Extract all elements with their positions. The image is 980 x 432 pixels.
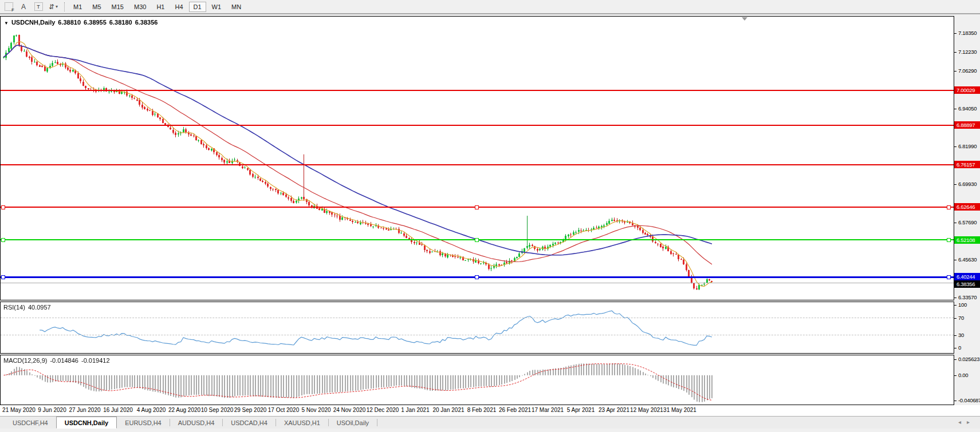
dropdown-caret-icon[interactable]: ▾ [56,4,58,9]
hline-7.00029[interactable] [1,90,954,91]
hline-handle[interactable] [1,275,5,279]
price-axis[interactable]: 7.183507.122307.062906.940506.819906.699… [954,16,980,405]
date-label: 16 Jul 2020 [103,407,133,413]
rsi-canvas[interactable] [1,302,954,353]
close-value: 6.38356 [135,19,158,26]
date-label: 1 Jan 2021 [401,407,430,413]
hline-6.88897[interactable] [1,125,954,126]
cursor-arrows-icon[interactable]: ⇵ ▾ [47,2,60,12]
tab-audusd[interactable]: AUDUSD,H4 [170,417,223,429]
hline-handle[interactable] [475,205,479,209]
price-tick-label: 6.94050 [958,105,977,112]
macd-tick-mark [954,375,957,376]
hline-handle[interactable] [947,205,951,209]
date-label: 17 Oct 2020 [268,407,299,413]
chart-tab-bar: ◂▸ USDCHF,H4USDCNH,DailyEURUSD,H4AUDUSD,… [0,416,980,429]
timeframe-buttons: M1M5M15M30H1H4D1W1MN [68,2,246,12]
date-label: 24 Nov 2020 [333,407,366,413]
high-value: 6.38955 [84,19,107,26]
date-label: 26 Feb 2021 [499,407,531,413]
date-label: 22 Aug 2020 [168,407,200,413]
timeframe-mn[interactable]: MN [227,2,246,12]
rsi-tick-mark [954,305,957,306]
chart-shift-marker-icon[interactable] [742,17,747,21]
toolbar-grip[interactable] [64,2,65,11]
tab-usdcad[interactable]: USDCAD,H4 [223,417,275,429]
toolbar: F A T ⇵ ▾ M1M5M15M30H1H4D1W1MN [0,0,980,14]
macd-tick-mark [954,401,957,401]
tab-eurusd[interactable]: EURUSD,H4 [117,417,170,429]
rsi-tick-mark [954,318,957,319]
price-line-label: 6.62646 [954,203,980,211]
price-line-label: 7.00029 [954,86,980,94]
hline-handle[interactable] [947,275,951,279]
tab-usdcnh[interactable]: USDCNH,Daily [56,417,117,429]
tab-scroll-right-icon[interactable]: ▸ [967,419,975,425]
font-a-icon[interactable]: A [17,2,30,12]
tab-separator [377,419,377,426]
price-tick-label: 7.18350 [958,30,977,36]
price-tick-mark [954,260,957,260]
timeframe-h1[interactable]: H1 [152,2,169,12]
text-label-icon[interactable]: T [32,2,45,12]
symbol-label: USDCNH,Daily [11,19,55,26]
low-value: 6.38180 [109,19,132,26]
price-tick-mark [954,298,957,298]
price-tick-mark [954,52,957,53]
timeframe-m15[interactable]: M15 [107,2,128,12]
hline-handle[interactable] [947,238,951,242]
price-line-label: 6.76157 [954,161,980,168]
rsi-tick-label: 70 [958,315,964,321]
hline-handle[interactable] [1,238,5,242]
rsi-tick-label: 100 [958,302,967,308]
date-label: 17 Mar 2021 [532,407,564,413]
date-label: 12 Dec 2020 [367,407,399,413]
macd-value: -0.014846 [50,357,78,364]
timeframe-w1[interactable]: W1 [207,2,226,12]
tab-scroll-left-icon[interactable]: ◂ [958,419,967,425]
rsi-tick-mark [954,335,957,336]
date-label: 4 Aug 2020 [137,407,166,413]
timeframe-d1[interactable]: D1 [189,2,206,12]
timeframe-h4[interactable]: H4 [170,2,187,12]
date-label: 23 Apr 2021 [599,407,629,413]
collapse-triangle-icon[interactable]: ▼ [4,21,9,26]
price-tick-mark [954,109,957,109]
hline-6.76157[interactable] [1,164,954,165]
macd-tick-mark [954,359,957,360]
price-canvas[interactable] [1,17,954,300]
macd-tick-label: 0.025623 [958,356,979,362]
price-tick-mark [954,71,957,72]
date-label: 10 Sep 2020 [201,407,234,413]
rsi-level-30 [1,335,954,335]
tab-usdchf[interactable]: USDCHF,H4 [5,417,56,429]
hline-handle[interactable] [475,275,479,279]
timeframe-m5[interactable]: M5 [88,2,105,12]
timeframe-m30[interactable]: M30 [129,2,151,12]
date-label: 9 Jun 2020 [38,407,66,413]
price-line-label: 6.40244 [954,273,980,280]
grid-f-letter: F [11,7,14,13]
macd-canvas[interactable] [1,355,954,405]
rsi-value: 40.0957 [28,304,51,311]
date-label: 31 May 2021 [663,407,696,413]
rsi-tick-mark [954,348,957,348]
timeframe-m1[interactable]: M1 [69,2,86,12]
date-axis[interactable]: 21 May 20209 Jun 202027 Jun 202016 Jul 2… [0,405,980,416]
date-label: 8 Feb 2021 [467,407,497,413]
price-tick-mark [954,223,957,223]
price-tick-label: 6.69930 [958,181,977,187]
tab-usoil[interactable]: USOil,Daily [329,417,377,429]
price-tick-mark [954,33,957,34]
tab-xauusd[interactable]: XAUUSD,H1 [276,417,328,429]
macd-label: MACD(12,26,9)-0.014846-0.019412 [3,357,113,364]
date-label: 5 Nov 2020 [301,407,330,413]
hline-handle[interactable] [475,238,479,242]
date-label: 5 Apr 2021 [567,407,595,413]
price-tick-label: 6.81990 [958,143,977,149]
hline-handle[interactable] [1,205,5,209]
date-label: 12 May 2021 [630,407,663,413]
grid-f-icon[interactable]: F [2,2,15,12]
price-tick-label: 7.12230 [958,49,977,55]
tab-scroll-arrows[interactable]: ◂▸ [958,419,975,425]
